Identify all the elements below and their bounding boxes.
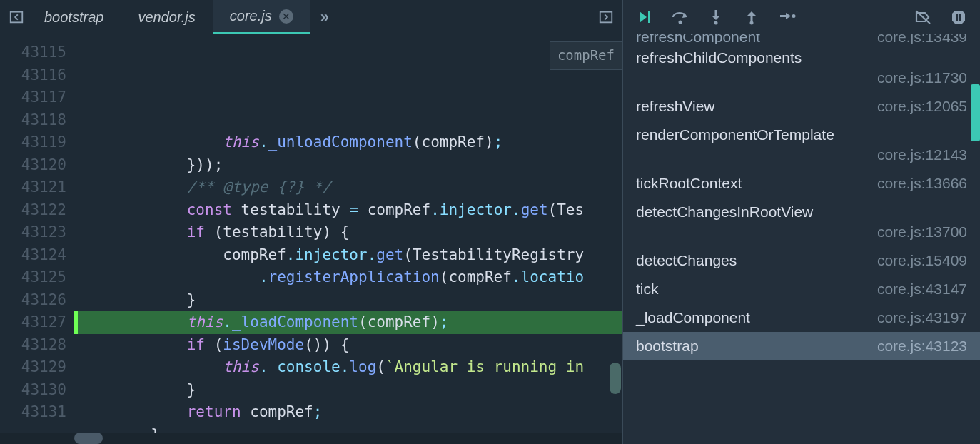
svg-point-7 xyxy=(750,21,754,24)
line-number: 43118 xyxy=(0,109,66,132)
line-number-gutter: 4311543116431174311843119431204312143122… xyxy=(0,34,74,444)
editor-pane: bootstrapvendor.jscore.js✕ » 43115431164… xyxy=(0,0,623,444)
code-content[interactable]: compRef this._unloadComponent(compRef); … xyxy=(74,34,622,444)
code-line[interactable]: this._console.log(`Angular is running in xyxy=(74,356,622,379)
tabs-overflow-button[interactable]: » xyxy=(320,8,329,26)
debugger-pane: refreshComponent core.js:13439 refreshCh… xyxy=(623,0,980,444)
call-stack: refreshComponent core.js:13439 refreshCh… xyxy=(623,34,980,444)
stack-frame-function: detectChangesInRootView xyxy=(636,203,813,221)
stack-frame-location: core.js:15409 xyxy=(877,252,967,269)
line-number: 43116 xyxy=(0,64,66,87)
stack-frame-location: core.js:13700 xyxy=(636,223,967,241)
stack-frame-function: bootstrap xyxy=(636,338,699,355)
stack-frame-location: core.js:43197 xyxy=(877,309,967,326)
svg-point-3 xyxy=(679,20,682,24)
deactivate-breakpoints-button[interactable] xyxy=(913,7,933,27)
svg-point-9 xyxy=(792,14,796,18)
debug-toolbar xyxy=(623,0,980,34)
stack-frame[interactable]: detectChangescore.js:15409 xyxy=(623,246,980,275)
stack-frame-function: refreshView xyxy=(636,98,715,115)
stack-frame[interactable]: _loadComponentcore.js:43197 xyxy=(623,303,980,332)
tab-label: core.js xyxy=(230,8,272,24)
code-line[interactable]: /** @type {?} */ xyxy=(74,176,622,199)
code-line[interactable]: this._unloadComponent(compRef); xyxy=(74,131,622,154)
tab-bar: bootstrapvendor.jscore.js✕ » xyxy=(0,0,622,34)
tab-vendor-js[interactable]: vendor.js xyxy=(121,0,212,34)
stack-frame-function: _loadComponent xyxy=(636,309,750,326)
svg-rect-11 xyxy=(959,14,961,21)
resume-button[interactable] xyxy=(635,7,655,27)
overview-highlight xyxy=(971,84,980,141)
code-line[interactable]: .registerApplication(compRef.locatio xyxy=(74,266,622,289)
code-line[interactable]: this._loadComponent(compRef); xyxy=(74,311,622,334)
stack-frame[interactable]: tickRootContextcore.js:13666 xyxy=(623,169,980,198)
code-line[interactable]: } xyxy=(74,289,622,312)
step-into-button[interactable] xyxy=(706,7,726,27)
code-line[interactable]: if (isDevMode()) { xyxy=(74,334,622,357)
line-number: 43119 xyxy=(0,131,66,154)
tab-label: bootstrap xyxy=(44,9,103,26)
stack-frame[interactable]: bootstrapcore.js:43123 xyxy=(623,332,980,360)
stack-frame-function: detectChanges xyxy=(636,252,737,269)
stack-frame-location: core.js:12065 xyxy=(877,98,967,115)
horizontal-scrollbar[interactable] xyxy=(0,433,622,444)
stack-frame-location: core.js:11730 xyxy=(636,69,967,86)
svg-rect-0 xyxy=(11,11,23,22)
tab-bootstrap[interactable]: bootstrap xyxy=(27,0,121,34)
stack-frame-function: renderComponentOrTemplate xyxy=(636,126,834,143)
tab-core-js[interactable]: core.js✕ xyxy=(213,0,310,34)
stack-frame-location: core.js:12143 xyxy=(636,146,967,163)
code-line[interactable]: compRef.injector.get(TestabilityRegistry xyxy=(74,244,622,267)
stack-frame-location: core.js:13666 xyxy=(877,175,967,192)
stack-frame-partial[interactable]: refreshComponent core.js:13439 xyxy=(623,34,980,44)
svg-rect-6 xyxy=(751,14,753,21)
line-number: 43117 xyxy=(0,86,66,109)
stack-frame-location: core.js:43123 xyxy=(877,338,967,355)
step-over-button[interactable] xyxy=(670,7,690,27)
stack-frame[interactable]: refreshViewcore.js:12065 xyxy=(623,92,980,121)
line-number: 43123 xyxy=(0,221,66,244)
code-editor[interactable]: 4311543116431174311843119431204312143122… xyxy=(0,34,622,444)
tab-history-back-button[interactable] xyxy=(6,6,27,28)
code-line[interactable]: })); xyxy=(74,154,622,177)
code-line[interactable]: } xyxy=(74,379,622,402)
svg-rect-10 xyxy=(956,14,959,21)
code-line[interactable]: if (testability) { xyxy=(74,221,622,244)
stack-frame[interactable]: renderComponentOrTemplatecore.js:12143 xyxy=(623,121,980,169)
step-button[interactable] xyxy=(777,7,797,27)
line-number: 43131 xyxy=(0,401,66,424)
stack-frame[interactable]: tickcore.js:43147 xyxy=(623,275,980,303)
step-out-button[interactable] xyxy=(742,7,762,27)
line-number: 43122 xyxy=(0,199,66,222)
horizontal-scrollbar-thumb[interactable] xyxy=(74,433,103,444)
line-number: 43124 xyxy=(0,244,66,267)
tab-history-forward-button[interactable] xyxy=(595,6,617,28)
line-number: 43128 xyxy=(0,334,66,357)
stack-frame-function: refreshChildComponents xyxy=(636,49,802,66)
line-number: 43127 xyxy=(0,311,66,334)
code-line[interactable]: return compRef; xyxy=(74,401,622,424)
value-popup: compRef xyxy=(550,41,622,70)
line-number: 43125 xyxy=(0,266,66,289)
line-number: 43115 xyxy=(0,41,66,64)
line-number: 43130 xyxy=(0,379,66,402)
stack-frame-function: tick xyxy=(636,281,659,298)
stack-frame-function: tickRootContext xyxy=(636,175,742,192)
stack-frame-location: core.js:43147 xyxy=(877,281,967,298)
close-icon[interactable]: ✕ xyxy=(279,9,293,24)
tab-label: vendor.js xyxy=(138,9,195,26)
line-number: 43126 xyxy=(0,289,66,312)
svg-rect-2 xyxy=(648,11,650,23)
stack-frame[interactable]: refreshChildComponentscore.js:11730 xyxy=(623,44,980,92)
svg-rect-1 xyxy=(600,11,612,22)
line-number: 43120 xyxy=(0,154,66,177)
code-line[interactable]: const testability = compRef.injector.get… xyxy=(74,199,622,222)
stack-frame[interactable]: detectChangesInRootViewcore.js:13700 xyxy=(623,198,980,246)
line-number: 43129 xyxy=(0,356,66,379)
svg-point-5 xyxy=(714,21,718,24)
line-number: 43121 xyxy=(0,176,66,199)
pause-button[interactable] xyxy=(949,7,969,27)
